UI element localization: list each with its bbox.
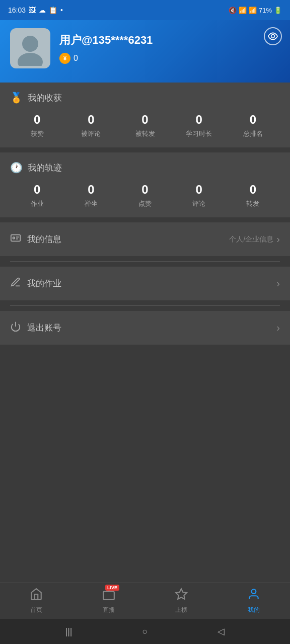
coin-icon: ¥ bbox=[59, 53, 70, 64]
recent-apps-btn[interactable]: ||| bbox=[65, 626, 72, 637]
coins-row: ¥ 0 bbox=[59, 53, 280, 64]
logout-chevron: › bbox=[276, 322, 280, 334]
live-icon: LIVE bbox=[102, 588, 115, 604]
track-comments: 0 评论 bbox=[172, 183, 226, 208]
info-right: 个人/企业信息 › bbox=[229, 233, 280, 245]
logout-item[interactable]: 退出账号 › bbox=[0, 311, 290, 345]
battery-icon: 🔋 bbox=[274, 7, 282, 14]
logout-icon bbox=[10, 321, 21, 335]
ranking-label: 上榜 bbox=[175, 606, 187, 614]
track-reposts: 0 转发 bbox=[226, 183, 280, 208]
info-label: 我的信息 bbox=[27, 233, 61, 245]
home-label: 首页 bbox=[30, 606, 42, 614]
status-dot: • bbox=[60, 6, 63, 14]
profile-header: 用户@135****6231 ¥ 0 bbox=[0, 20, 290, 83]
track-grid: 0 作业 0 禅坐 0 点赞 0 评论 0 转发 bbox=[10, 183, 280, 208]
mine-icon bbox=[247, 588, 260, 604]
my-achievements-section: 🏅 我的收获 0 获赞 0 被评论 0 被转发 0 学习时长 0 总排名 bbox=[0, 83, 290, 147]
track-likes: 0 点赞 bbox=[118, 183, 172, 208]
wifi-icon: 📶 bbox=[239, 7, 247, 14]
bottom-nav: 首页 LIVE 直播 上榜 我的 bbox=[0, 583, 290, 619]
mine-label: 我的 bbox=[248, 606, 260, 614]
track-meditation: 0 禅坐 bbox=[64, 183, 118, 208]
homework-label: 我的作业 bbox=[27, 278, 61, 289]
battery-percent: 71% bbox=[259, 7, 272, 14]
homework-chevron: › bbox=[276, 278, 280, 289]
ranking-icon bbox=[175, 588, 188, 604]
track-icon: 🕐 bbox=[10, 162, 23, 174]
status-photo-icon: 🖼 bbox=[29, 6, 36, 14]
achievements-icon: 🏅 bbox=[10, 92, 23, 104]
nav-live[interactable]: LIVE 直播 bbox=[72, 588, 145, 614]
home-icon bbox=[30, 588, 43, 604]
svg-point-0 bbox=[22, 36, 38, 52]
stat-comments: 0 被评论 bbox=[64, 113, 118, 138]
logout-label: 退出账号 bbox=[27, 322, 61, 334]
stat-ranking: 0 总排名 bbox=[226, 113, 280, 138]
coins-value: 0 bbox=[74, 54, 78, 63]
track-homework: 0 作业 bbox=[10, 183, 64, 208]
my-info-item[interactable]: 我的信息 个人/企业信息 › bbox=[0, 222, 290, 256]
svg-point-2 bbox=[271, 35, 275, 38]
info-right-label: 个人/企业信息 bbox=[229, 235, 273, 244]
camera-button[interactable] bbox=[264, 27, 282, 45]
mute-icon: 🔇 bbox=[229, 7, 237, 14]
status-weather-icon: ☁ bbox=[39, 6, 46, 14]
info-chevron: › bbox=[276, 233, 280, 245]
nav-ranking[interactable]: 上榜 bbox=[145, 588, 218, 614]
divider-2 bbox=[10, 305, 280, 306]
my-homework-item[interactable]: 我的作业 › bbox=[0, 267, 290, 300]
username: 用户@135****6231 bbox=[59, 33, 280, 48]
my-track-section: 🕐 我的轨迹 0 作业 0 禅坐 0 点赞 0 评论 0 转发 bbox=[0, 152, 290, 217]
status-right: 🔇 📶 📶 71% 🔋 bbox=[229, 7, 282, 14]
stat-study-time: 0 学习时长 bbox=[172, 113, 226, 138]
back-btn[interactable]: ◁ bbox=[218, 626, 225, 637]
svg-rect-8 bbox=[103, 592, 114, 600]
signal-icon: 📶 bbox=[249, 7, 257, 14]
profile-info: 用户@135****6231 ¥ 0 bbox=[59, 33, 280, 64]
nav-home[interactable]: 首页 bbox=[0, 588, 72, 614]
divider-1 bbox=[10, 261, 280, 262]
gesture-bar: ||| ○ ◁ bbox=[0, 619, 290, 644]
status-time: 16:03 bbox=[8, 6, 26, 14]
svg-point-4 bbox=[13, 237, 15, 239]
svg-point-1 bbox=[18, 53, 43, 66]
status-app-icon: 📋 bbox=[49, 6, 57, 14]
live-label: 直播 bbox=[103, 606, 115, 614]
track-title: 🕐 我的轨迹 bbox=[10, 162, 280, 174]
achievements-title: 🏅 我的收获 bbox=[10, 92, 280, 104]
live-badge: LIVE bbox=[105, 585, 119, 591]
info-icon bbox=[10, 232, 21, 246]
home-btn[interactable]: ○ bbox=[142, 626, 148, 637]
logout-content: 退出账号 bbox=[10, 321, 269, 335]
achievements-grid: 0 获赞 0 被评论 0 被转发 0 学习时长 0 总排名 bbox=[10, 113, 280, 138]
stat-reposts: 0 被转发 bbox=[118, 113, 172, 138]
svg-point-9 bbox=[252, 589, 256, 594]
homework-icon bbox=[10, 277, 21, 290]
status-left: 16:03 🖼 ☁ 📋 • bbox=[8, 6, 63, 14]
homework-content: 我的作业 bbox=[10, 277, 269, 290]
nav-mine[interactable]: 我的 bbox=[218, 588, 290, 614]
status-bar: 16:03 🖼 ☁ 📋 • 🔇 📶 📶 71% 🔋 bbox=[0, 0, 290, 20]
avatar[interactable] bbox=[10, 28, 50, 68]
my-info-content: 我的信息 bbox=[10, 232, 222, 246]
avatar-icon bbox=[13, 31, 48, 66]
stat-likes: 0 获赞 bbox=[10, 113, 64, 138]
